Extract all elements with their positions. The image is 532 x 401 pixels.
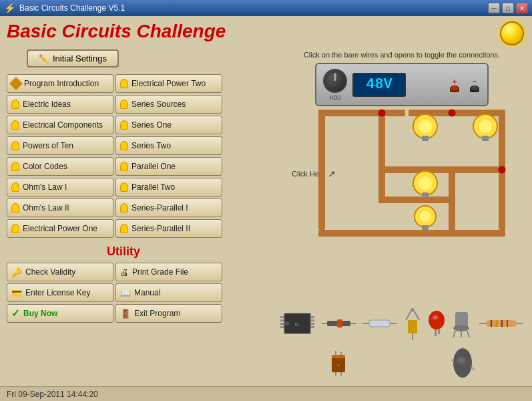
close-button[interactable]: ✕ xyxy=(516,3,528,13)
menu-ohms-law-ii[interactable]: Ohm's Law II xyxy=(7,198,113,217)
svg-point-11 xyxy=(419,120,432,133)
negative-terminal[interactable]: − xyxy=(469,78,481,92)
menu-series-one[interactable]: Series One xyxy=(115,116,222,134)
initial-settings-button[interactable]: ✏️ Initial Settings xyxy=(27,49,119,68)
resistor xyxy=(478,317,525,332)
minimize-button[interactable]: ─ xyxy=(488,3,500,13)
bulb-icon xyxy=(120,141,128,150)
svg-rect-28 xyxy=(280,319,284,321)
voltage-display: 48V xyxy=(352,73,406,97)
menu-grid: Program Introduction Electrical Power Tw… xyxy=(7,74,240,238)
positive-terminal[interactable]: + xyxy=(449,78,461,92)
svg-rect-48 xyxy=(408,320,417,333)
power-supply[interactable]: ADJ 48V + − xyxy=(315,63,489,106)
initial-settings-label: Initial Settings xyxy=(53,53,107,63)
menu-parallel-one[interactable]: Parallel One xyxy=(115,157,222,176)
electrolytic-capacitor: + xyxy=(329,350,348,378)
svg-rect-27 xyxy=(280,316,284,318)
status-text: Fri 09-Sep-2011 14:44:20 xyxy=(7,390,98,399)
bulb-icon xyxy=(11,100,19,109)
maximize-button[interactable]: □ xyxy=(502,3,514,13)
npn-transistor xyxy=(451,347,475,381)
svg-rect-18 xyxy=(422,192,429,198)
svg-rect-29 xyxy=(280,323,284,325)
svg-text:IC: IC xyxy=(295,322,300,327)
utility-title: Utility xyxy=(7,245,240,259)
svg-rect-53 xyxy=(438,329,440,334)
svg-point-14 xyxy=(479,120,492,133)
svg-rect-3 xyxy=(318,110,325,230)
book-icon: 📖 xyxy=(120,288,131,298)
svg-line-56 xyxy=(453,331,455,338)
bulb-icon xyxy=(120,162,128,171)
exit-program-button[interactable]: 🚪 Exit Program xyxy=(115,304,222,323)
utility-section: Utility 🔑 Check Validity 🖨 Print Grade F… xyxy=(7,245,240,323)
antenna-component xyxy=(403,307,423,342)
bulb-icon xyxy=(11,141,19,150)
left-panel: ✏️ Initial Settings Program Introduction… xyxy=(7,49,240,323)
menu-color-codes[interactable]: Color Codes xyxy=(7,157,113,176)
svg-rect-34 xyxy=(310,326,314,328)
menu-electrical-power-one[interactable]: Electrical Power One xyxy=(7,219,113,238)
manual-button[interactable]: 📖 Manual xyxy=(115,283,222,302)
svg-rect-21 xyxy=(422,225,429,230)
small-transistor xyxy=(450,309,473,340)
svg-point-55 xyxy=(453,325,469,331)
svg-rect-67 xyxy=(332,355,345,358)
menu-ohms-law-i[interactable]: Ohm's Law I xyxy=(7,178,113,196)
terminals: + − xyxy=(449,78,481,92)
bulb-icon xyxy=(120,79,128,88)
main-area: Basic Circuits Challenge Click on the ba… xyxy=(0,16,532,401)
print-grade-file-button[interactable]: 🖨 Print Grade File xyxy=(115,263,222,281)
menu-series-sources[interactable]: Series Sources xyxy=(115,95,222,114)
menu-powers-of-ten[interactable]: Powers of Ten xyxy=(7,136,113,155)
svg-rect-5 xyxy=(378,166,499,173)
card-icon: 💳 xyxy=(11,288,22,298)
bulb-icon xyxy=(11,224,19,233)
bulb-icon-top xyxy=(500,21,524,45)
pencil-icon: ✏️ xyxy=(39,54,49,63)
bulb-icon xyxy=(11,162,19,171)
circuit-panel: ADJ 48V + − Click Here xyxy=(278,63,525,270)
app-title: Basic Circuits Challenge xyxy=(7,21,525,42)
title-bar-left: ⚡ Basic Circuits Challenge V5.1 xyxy=(4,3,125,13)
led xyxy=(427,309,446,340)
menu-series-two[interactable]: Series Two xyxy=(115,136,222,155)
window-title: Basic Circuits Challenge V5.1 xyxy=(19,3,125,13)
svg-line-45 xyxy=(406,308,413,320)
menu-series-parallel-i[interactable]: Series-Parallel I xyxy=(115,198,222,217)
svg-rect-52 xyxy=(435,329,437,336)
svg-rect-30 xyxy=(280,326,284,328)
bulb-icon xyxy=(120,203,128,213)
bulb-icon xyxy=(11,182,19,192)
power-supply-container: ADJ 48V + − xyxy=(312,63,492,106)
menu-electrical-power-two[interactable]: Electrical Power Two xyxy=(115,74,222,93)
exit-icon: 🚪 xyxy=(120,309,131,319)
enter-license-key-button[interactable]: 💳 Enter License Key xyxy=(7,283,113,302)
menu-program-introduction[interactable]: Program Introduction xyxy=(7,74,113,93)
svg-rect-39 xyxy=(337,319,342,327)
instruction-text: Click on the bare wires and opens to tog… xyxy=(278,51,525,59)
check-validity-button[interactable]: 🔑 Check Validity xyxy=(7,263,113,281)
svg-point-24 xyxy=(499,166,505,173)
check-icon: ✓ xyxy=(11,307,20,319)
menu-electric-ideas[interactable]: Electric Ideas xyxy=(7,95,113,114)
svg-rect-9 xyxy=(378,166,385,203)
printer-icon: 🖨 xyxy=(120,267,129,277)
svg-rect-32 xyxy=(310,319,314,321)
svg-point-74 xyxy=(457,357,465,364)
svg-text:+: + xyxy=(337,363,340,367)
menu-series-parallel-ii[interactable]: Series-Parallel II xyxy=(115,219,222,238)
buy-now-button[interactable]: ✓ Buy Now xyxy=(7,304,113,323)
circuit-diagram[interactable] xyxy=(278,106,525,267)
menu-parallel-two[interactable]: Parallel Two xyxy=(115,178,222,196)
key-icon: 🔑 xyxy=(11,267,22,277)
svg-rect-15 xyxy=(482,136,489,141)
menu-electrical-components[interactable]: Electrical Components xyxy=(7,116,113,134)
utility-grid: 🔑 Check Validity 🖨 Print Grade File 💳 En… xyxy=(7,263,240,323)
power-knob[interactable] xyxy=(323,69,347,93)
title-bar-controls: ─ □ ✕ xyxy=(488,3,528,13)
svg-point-51 xyxy=(433,315,438,319)
svg-rect-8 xyxy=(378,196,455,203)
bulb-icon xyxy=(120,120,128,130)
